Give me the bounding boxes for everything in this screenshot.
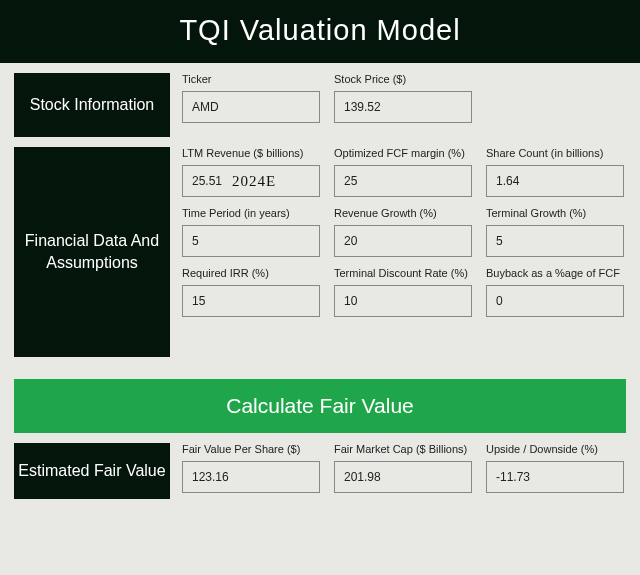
section-estimated-fields: Fair Value Per Share ($) 123.16 Fair Mar…: [182, 443, 626, 499]
label-fv-market-cap: Fair Market Cap ($ Billions): [334, 443, 472, 455]
input-terminal-discount[interactable]: 10: [334, 285, 472, 317]
input-share-count[interactable]: 1.64: [486, 165, 624, 197]
section-financials-fields: LTM Revenue ($ billions) 25.51 2024E Opt…: [182, 147, 626, 357]
section-stock-label: Stock Information: [14, 73, 170, 137]
field-stock-price: Stock Price ($) 139.52: [334, 73, 472, 123]
input-terminal-growth[interactable]: 5: [486, 225, 624, 257]
field-upside-downside: Upside / Downside (%) -11.73: [486, 443, 624, 493]
output-fv-per-share: 123.16: [182, 461, 320, 493]
field-terminal-growth: Terminal Growth (%) 5: [486, 207, 624, 257]
label-stock-price: Stock Price ($): [334, 73, 472, 85]
field-time-period: Time Period (in years) 5: [182, 207, 320, 257]
field-share-count: Share Count (in billions) 1.64: [486, 147, 624, 197]
section-stock: Stock Information Ticker AMD Stock Price…: [0, 73, 640, 137]
section-stock-fields: Ticker AMD Stock Price ($) 139.52: [182, 73, 626, 137]
page-title: TQI Valuation Model: [0, 0, 640, 63]
label-terminal-growth: Terminal Growth (%): [486, 207, 624, 219]
section-financials: Financial Data And Assumptions LTM Reven…: [0, 147, 640, 357]
label-required-irr: Required IRR (%): [182, 267, 320, 279]
label-time-period: Time Period (in years): [182, 207, 320, 219]
output-upside-downside: -11.73: [486, 461, 624, 493]
note-2024e: 2024E: [232, 173, 276, 190]
input-buyback[interactable]: 0: [486, 285, 624, 317]
section-estimated-label: Estimated Fair Value: [14, 443, 170, 499]
field-ticker: Ticker AMD: [182, 73, 320, 123]
label-upside-downside: Upside / Downside (%): [486, 443, 624, 455]
field-terminal-discount: Terminal Discount Rate (%) 10: [334, 267, 472, 317]
label-share-count: Share Count (in billions): [486, 147, 624, 159]
field-opt-fcf-margin: Optimized FCF margin (%) 25: [334, 147, 472, 197]
label-fv-per-share: Fair Value Per Share ($): [182, 443, 320, 455]
section-financials-label: Financial Data And Assumptions: [14, 147, 170, 357]
input-stock-price[interactable]: 139.52: [334, 91, 472, 123]
input-revenue-growth[interactable]: 20: [334, 225, 472, 257]
input-required-irr[interactable]: 15: [182, 285, 320, 317]
input-opt-fcf-margin[interactable]: 25: [334, 165, 472, 197]
field-buyback: Buyback as a %age of FCF 0: [486, 267, 624, 317]
label-ticker: Ticker: [182, 73, 320, 85]
label-buyback: Buyback as a %age of FCF: [486, 267, 624, 279]
input-time-period[interactable]: 5: [182, 225, 320, 257]
label-terminal-discount: Terminal Discount Rate (%): [334, 267, 472, 279]
label-ltm-revenue: LTM Revenue ($ billions): [182, 147, 320, 159]
label-revenue-growth: Revenue Growth (%): [334, 207, 472, 219]
field-ltm-revenue: LTM Revenue ($ billions) 25.51 2024E: [182, 147, 320, 197]
output-fv-market-cap: 201.98: [334, 461, 472, 493]
calculate-fair-value-button[interactable]: Calculate Fair Value: [14, 379, 626, 433]
field-fv-market-cap: Fair Market Cap ($ Billions) 201.98: [334, 443, 472, 493]
field-required-irr: Required IRR (%) 15: [182, 267, 320, 317]
field-fv-per-share: Fair Value Per Share ($) 123.16: [182, 443, 320, 493]
input-ltm-revenue[interactable]: 25.51 2024E: [182, 165, 320, 197]
input-ticker[interactable]: AMD: [182, 91, 320, 123]
field-revenue-growth: Revenue Growth (%) 20: [334, 207, 472, 257]
section-estimated: Estimated Fair Value Fair Value Per Shar…: [0, 443, 640, 499]
label-opt-fcf-margin: Optimized FCF margin (%): [334, 147, 472, 159]
